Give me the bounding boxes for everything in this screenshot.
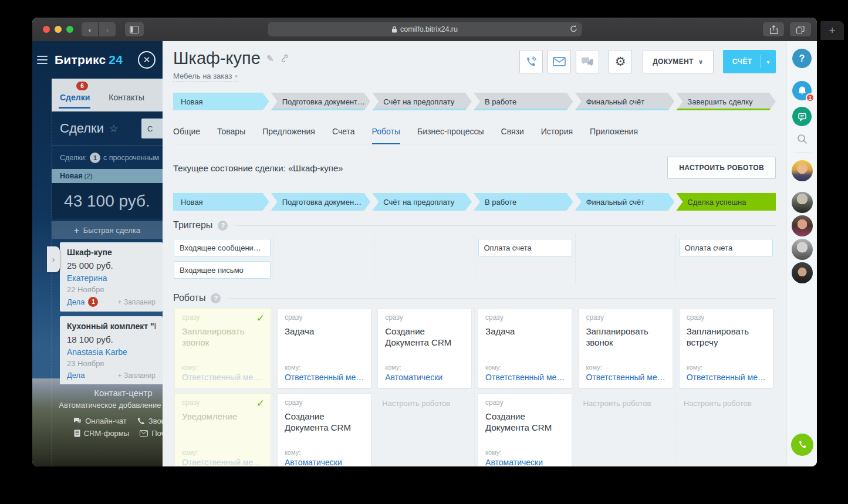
trigger-incoming-message[interactable]: Входящее сообщени… xyxy=(174,239,271,256)
help-icon[interactable]: ? xyxy=(211,293,221,303)
deal-card-contact-link[interactable]: Екатерина xyxy=(67,273,156,283)
user-avatar[interactable] xyxy=(792,160,813,181)
quick-deal-button[interactable]: + Быстрая сделка xyxy=(52,221,163,239)
deal-card-activities-link[interactable]: Дела xyxy=(67,297,85,306)
tab-history[interactable]: История xyxy=(541,125,573,144)
robot-card[interactable]: сразу Создание Документа CRM кому: Автом… xyxy=(478,393,572,466)
robot-card-done[interactable]: ✓ сразу Уведомление кому: Ответственный … xyxy=(174,393,271,466)
stage-final-invoice[interactable]: Финальный счёт xyxy=(575,193,675,211)
mail-link[interactable]: Почта xyxy=(140,429,163,438)
deal-card[interactable]: Кухонный комплект "Кофе" 18 100 руб. Ana… xyxy=(60,316,163,384)
trigger-incoming-email[interactable]: Входящее письмо xyxy=(174,261,271,279)
edit-title-icon[interactable]: ✎ xyxy=(266,53,274,64)
share-button[interactable] xyxy=(763,22,784,36)
new-tab-button[interactable]: + xyxy=(820,21,844,40)
robot-assignee-link[interactable]: Ответственный ме… xyxy=(285,373,364,382)
invoice-button[interactable]: СЧЁТ ▾ xyxy=(723,50,776,73)
deal-card-contact-link[interactable]: Anastasia Karbe xyxy=(67,347,156,357)
user-avatar[interactable] xyxy=(792,239,813,260)
stage-prepay[interactable]: Счёт на предоплату xyxy=(372,93,472,110)
tabs-overview-button[interactable] xyxy=(790,22,811,36)
stage-new[interactable]: Новая xyxy=(173,93,269,110)
robot-card[interactable]: сразу Запланировать встречу кому: Ответс… xyxy=(679,308,773,388)
kanban-column-header[interactable]: Новая (2) xyxy=(52,169,163,183)
plan-activity-link[interactable]: + Запланир xyxy=(118,371,156,380)
help-button[interactable]: ? xyxy=(792,49,812,68)
help-icon[interactable]: ? xyxy=(218,221,228,231)
expand-menu-handle[interactable]: › xyxy=(47,246,60,272)
forward-button[interactable]: › xyxy=(99,22,116,36)
stage-new[interactable]: Новая xyxy=(173,193,269,211)
copy-link-icon[interactable] xyxy=(279,54,288,63)
search-icon[interactable] xyxy=(796,133,808,145)
stage-deal-won[interactable]: Сделка успешна xyxy=(676,193,776,211)
configure-robots-placeholder[interactable]: Настроить роботов xyxy=(679,393,773,414)
online-chat-link[interactable]: Онлайн-чат xyxy=(73,417,127,425)
robot-assignee-link[interactable]: Автоматически xyxy=(285,458,364,466)
brand-logo[interactable]: Битрикс24 xyxy=(55,53,123,67)
tab-quotes[interactable]: Предложения xyxy=(262,125,315,144)
robot-assignee-link[interactable]: Ответственный ме… xyxy=(182,373,263,382)
user-avatar[interactable] xyxy=(792,262,813,283)
robot-card[interactable]: сразу Задача кому: Ответственный ме… xyxy=(478,308,572,388)
robot-assignee-link[interactable]: Ответственный ме… xyxy=(182,458,263,466)
stage-final-invoice[interactable]: Финальный счёт xyxy=(575,93,675,110)
tab-products[interactable]: Товары xyxy=(217,125,245,144)
zoom-window-button[interactable] xyxy=(66,26,73,33)
deal-card[interactable]: Шкаф-купе 25 000 руб. Екатерина 22 Ноябр… xyxy=(60,242,163,312)
document-button[interactable]: ДОКУМЕНТ ∨ xyxy=(643,50,714,73)
tab-invoices[interactable]: Счета xyxy=(332,125,355,144)
sidebar-toggle-button[interactable] xyxy=(125,22,144,36)
tab-business-processes[interactable]: Бизнес-процессы xyxy=(417,125,484,144)
menu-icon[interactable] xyxy=(37,56,48,64)
robot-assignee-link[interactable]: Автоматически xyxy=(385,373,464,382)
reload-button[interactable] xyxy=(569,25,577,33)
deal-category-selector[interactable]: Мебель на заказ ▾ xyxy=(173,72,238,82)
url-bar[interactable]: comilfo.bitrix24.ru xyxy=(268,22,582,36)
back-button[interactable]: ‹ xyxy=(82,22,98,36)
favorite-star-icon[interactable]: ☆ xyxy=(109,123,118,135)
notifications-button[interactable]: 1 xyxy=(792,81,812,100)
plan-activity-link[interactable]: + Запланир xyxy=(118,298,156,306)
configure-robots-button[interactable]: НАСТРОИТЬ РОБОТОВ xyxy=(667,157,776,179)
settings-button[interactable]: ⚙ xyxy=(609,50,632,73)
tab-relations[interactable]: Связи xyxy=(501,125,524,144)
user-avatar[interactable] xyxy=(792,215,813,236)
call-contact-button[interactable] xyxy=(519,50,543,73)
robot-assignee-link[interactable]: Ответственный ме… xyxy=(485,373,565,382)
open-chat-button[interactable] xyxy=(576,50,599,73)
invoice-dropdown-caret[interactable]: ▾ xyxy=(761,59,776,65)
robot-card-done[interactable]: ✓ сразу Запланировать звонок кому: Ответ… xyxy=(174,308,271,388)
create-deal-button[interactable]: С xyxy=(141,119,163,138)
deal-card-activities-link[interactable]: Дела xyxy=(67,371,85,380)
robot-card[interactable]: сразу Создание Документа CRM кому: Автом… xyxy=(377,308,472,388)
stage-docs[interactable]: Подготовка докумен… xyxy=(271,193,371,211)
stage-docs[interactable]: Подготовка документ… xyxy=(271,93,371,110)
tab-robots[interactable]: Роботы xyxy=(372,125,400,144)
tab-general[interactable]: Общие xyxy=(173,125,200,144)
robot-card[interactable]: сразу Создание Документа CRM кому: Автом… xyxy=(277,393,371,466)
call-button[interactable] xyxy=(791,434,813,456)
robot-assignee-link[interactable]: Ответственный ме… xyxy=(687,373,766,382)
tab-contacts[interactable]: Контакты xyxy=(100,79,154,111)
minimize-window-button[interactable] xyxy=(55,26,62,33)
messenger-button[interactable] xyxy=(792,107,812,126)
user-avatar[interactable] xyxy=(792,192,813,213)
tab-deals[interactable]: 6 Сделки xyxy=(52,79,100,111)
stage-close-deal[interactable]: Завершить сделку xyxy=(676,93,776,110)
calls-link[interactable]: Звонки xyxy=(137,417,163,425)
robot-card[interactable]: сразу Запланировать звонок кому: Ответст… xyxy=(578,308,673,388)
robot-assignee-link[interactable]: Ответственный ме… xyxy=(586,373,665,382)
configure-robots-placeholder[interactable]: Настроить роботов xyxy=(578,393,673,414)
stage-in-progress[interactable]: В работе xyxy=(474,193,573,211)
close-window-button[interactable] xyxy=(43,26,50,33)
configure-robots-placeholder[interactable]: Настроить роботов xyxy=(377,393,472,414)
stage-in-progress[interactable]: В работе xyxy=(474,93,573,110)
robot-card[interactable]: сразу Задача кому: Ответственный ме… xyxy=(277,308,371,388)
send-email-button[interactable] xyxy=(548,50,571,73)
trigger-invoice-paid[interactable]: Оплата счета xyxy=(679,239,773,256)
robot-assignee-link[interactable]: Автоматически xyxy=(485,458,565,466)
stage-prepay[interactable]: Счёт на предоплату xyxy=(372,193,472,211)
close-panel-button[interactable]: ✕ xyxy=(138,51,156,69)
tab-applications[interactable]: Приложения xyxy=(590,125,638,144)
